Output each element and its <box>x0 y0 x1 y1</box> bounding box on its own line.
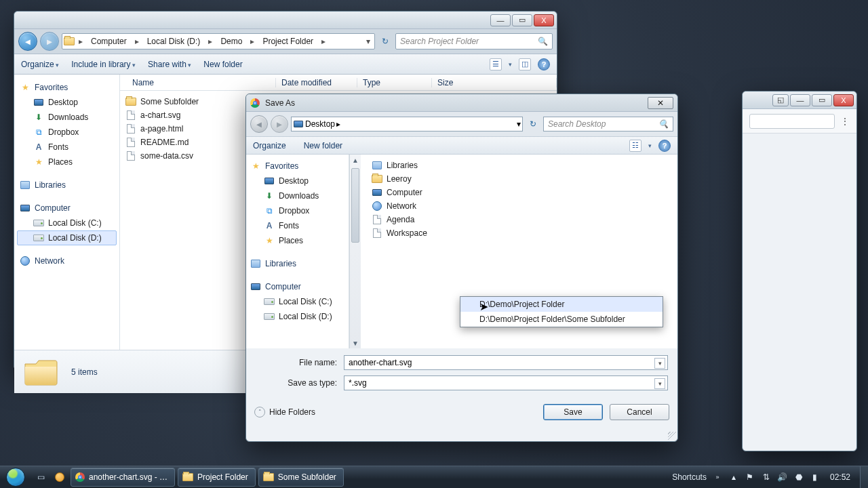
tray-chevron-icon[interactable]: » <box>712 472 723 483</box>
sidebar-item-drive-c[interactable]: Local Disk (C:) <box>17 216 117 230</box>
breadcrumb-segment[interactable]: Computer <box>87 37 131 46</box>
sidebar-item-places[interactable]: ★Places <box>248 233 347 248</box>
search-input[interactable]: Search Desktop 🔍 <box>543 117 673 131</box>
back-button[interactable]: ◄ <box>18 32 37 51</box>
column-date[interactable]: Date modified <box>276 78 357 87</box>
address-bar[interactable]: Desktop ▸ ▾ <box>291 117 523 131</box>
new-folder-button[interactable]: New folder <box>304 141 342 150</box>
close-button[interactable]: ✕ <box>648 97 673 109</box>
search-input[interactable]: Search Project Folder 🔍 <box>395 33 553 49</box>
share-with-menu[interactable]: Share with <box>148 60 191 69</box>
filename-input[interactable]: another-chart.svg ▾ <box>344 355 668 370</box>
resize-grip[interactable] <box>668 432 676 440</box>
minimize-button[interactable]: — <box>490 14 511 26</box>
list-item[interactable]: Network <box>366 199 672 213</box>
type-dropdown[interactable]: ▾ <box>654 378 665 389</box>
column-headers[interactable]: Name Date modified Type Size <box>120 75 557 91</box>
system-tray[interactable]: Shortcuts » ▴ ⚑ ⇅ 🔊 ⬣ ▮ 02:52 <box>667 472 860 483</box>
shortcuts-toolbar[interactable]: Shortcuts <box>672 472 707 482</box>
task-item-explorer[interactable]: Project Folder <box>178 468 256 487</box>
breadcrumb-dropdown[interactable]: ▾ <box>517 119 521 129</box>
more-options-button[interactable]: ⋮ <box>840 114 850 129</box>
maximize-button[interactable]: ▭ <box>512 14 532 26</box>
battery-icon[interactable]: ▮ <box>810 472 821 483</box>
sidebar-item-drive-c[interactable]: Local Disk (C:) <box>248 294 347 309</box>
list-item[interactable]: Agenda <box>366 213 672 226</box>
sidebar-item-desktop[interactable]: Desktop <box>248 174 347 188</box>
column-name[interactable]: Name <box>120 78 276 87</box>
sidebar-item-places[interactable]: ★Places <box>17 155 117 169</box>
network-tray-icon[interactable]: ⇅ <box>761 472 772 483</box>
maximize-button[interactable]: ▭ <box>812 94 832 106</box>
sidebar-item-downloads[interactable]: ⬇Downloads <box>248 188 347 203</box>
sidebar-item-downloads[interactable]: ⬇Downloads <box>17 110 117 125</box>
filename-dropdown[interactable]: ▾ <box>654 358 665 369</box>
favorites-header[interactable]: ★Favorites <box>17 80 117 95</box>
save-button[interactable]: Save <box>543 404 603 420</box>
list-item[interactable]: Workspace <box>366 226 672 240</box>
subfolder-titlebar[interactable]: ◱ — ▭ X <box>743 92 856 109</box>
bluetooth-icon[interactable]: ⬣ <box>793 472 804 483</box>
explorer-nav-pane[interactable]: ★Favorites Desktop ⬇Downloads ⧉Dropbox A… <box>14 75 120 350</box>
computer-header[interactable]: Computer <box>17 201 117 216</box>
sidebar-item-fonts[interactable]: AFonts <box>248 218 347 233</box>
include-in-library-menu[interactable]: Include in library <box>71 60 136 69</box>
task-item-explorer[interactable]: Some Subfolder <box>258 468 344 487</box>
help-button[interactable]: ? <box>538 58 550 70</box>
taskbar[interactable]: ▭ another-chart.svg - … Project Folder S… <box>0 466 868 488</box>
minimize-button[interactable]: — <box>790 94 810 106</box>
column-type[interactable]: Type <box>357 78 432 87</box>
network-header[interactable]: Network <box>17 253 117 268</box>
view-options-button[interactable]: ☰ <box>490 58 502 70</box>
preview-pane-button[interactable]: ◫ <box>519 58 531 70</box>
save-as-titlebar[interactable]: Save As ✕ <box>246 94 677 112</box>
hide-folders-toggle[interactable]: ˄ Hide Folders <box>254 407 315 418</box>
favorites-header[interactable]: ★Favorites <box>248 159 347 174</box>
close-button[interactable]: X <box>534 14 554 26</box>
save-as-type-select[interactable]: *.svg ▾ <box>344 375 668 390</box>
refresh-button[interactable]: ↻ <box>526 117 540 131</box>
address-field[interactable] <box>749 114 835 129</box>
view-options-button[interactable]: ☷ <box>629 140 642 152</box>
close-button[interactable]: X <box>833 94 854 106</box>
refresh-button[interactable]: ↻ <box>378 34 393 49</box>
sidebar-item-fonts[interactable]: AFonts <box>17 140 117 155</box>
organize-menu[interactable]: Organize <box>253 141 286 150</box>
address-bar[interactable]: ▸ Computer▸ Local Disk (D:)▸ Demo▸ Proje… <box>62 33 375 49</box>
back-button[interactable]: ◄ <box>250 115 268 133</box>
forward-button[interactable]: ► <box>40 32 59 51</box>
sidebar-item-dropbox[interactable]: ⧉Dropbox <box>17 125 117 140</box>
save-as-nav-pane[interactable]: ★Favorites Desktop ⬇Downloads ⧉Dropbox A… <box>246 155 349 348</box>
suggestion-item[interactable]: D:\Demo\Project Folder\Some Subfolder <box>460 312 663 327</box>
sidebar-item-drive-d[interactable]: Local Disk (D:) <box>248 309 347 324</box>
action-center-icon[interactable]: ⚑ <box>745 472 755 483</box>
help-button[interactable]: ? <box>658 140 671 152</box>
sidebar-item-desktop[interactable]: Desktop <box>17 95 117 110</box>
list-item[interactable]: Libraries <box>366 159 672 172</box>
nav-pane-scrollbar[interactable]: ▲ ▼ <box>349 155 361 348</box>
breadcrumb-segment[interactable]: Desktop <box>305 119 335 129</box>
list-item[interactable]: Computer <box>366 186 672 199</box>
show-desktop-quick[interactable]: ▭ <box>31 468 50 487</box>
breadcrumb-segment[interactable]: Project Folder <box>258 37 317 46</box>
scroll-down-button[interactable]: ▼ <box>350 338 361 348</box>
organize-menu[interactable]: Organize <box>21 60 59 69</box>
breadcrumb-segment[interactable]: Local Disk (D:) <box>143 37 205 46</box>
list-item[interactable]: Leeroy <box>366 172 672 186</box>
libraries-header[interactable]: Libraries <box>248 256 347 271</box>
breadcrumb-segment[interactable]: Demo <box>216 37 246 46</box>
restore-down-button[interactable]: ◱ <box>772 94 789 106</box>
volume-icon[interactable]: 🔊 <box>777 472 788 483</box>
task-item-chrome[interactable]: another-chart.svg - … <box>71 468 175 487</box>
suggestion-item[interactable]: D:\Demo\Project Folder <box>460 297 663 312</box>
new-folder-button[interactable]: New folder <box>203 60 242 69</box>
libraries-header[interactable]: Libraries <box>17 178 117 192</box>
show-desktop-button[interactable] <box>860 466 868 489</box>
start-button[interactable] <box>0 466 31 489</box>
column-size[interactable]: Size <box>432 78 557 87</box>
media-player-quick[interactable] <box>50 468 69 487</box>
cancel-button[interactable]: Cancel <box>610 404 669 420</box>
scroll-up-button[interactable]: ▲ <box>350 155 361 165</box>
sidebar-item-dropbox[interactable]: ⧉Dropbox <box>248 203 347 218</box>
explorer-titlebar[interactable]: — ▭ X <box>14 12 557 29</box>
